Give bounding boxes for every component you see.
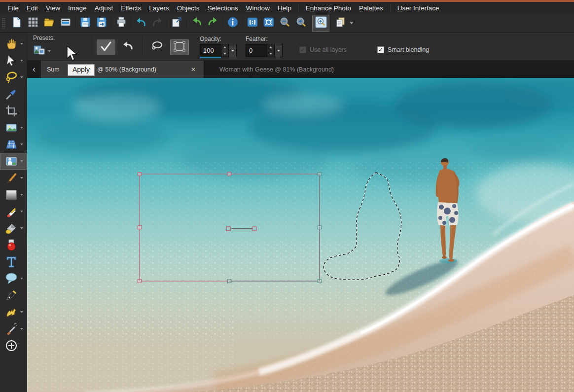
crop-tool[interactable] [0,103,27,119]
smart-blending-checkbox[interactable]: ✓ Smart blending [377,46,429,53]
flyout-caret-icon[interactable] [20,127,23,129]
menu-adjust[interactable]: Adjust [91,3,117,13]
paint-brush-tool[interactable] [0,170,27,186]
pick-tool[interactable] [0,52,27,69]
warp-brush-tool[interactable] [0,304,27,321]
flyout-caret-icon[interactable] [20,43,23,45]
undo-button[interactable] [133,15,149,31]
pan-tool[interactable] [0,36,27,52]
browse-images-icon [27,16,39,30]
menu-edit[interactable]: Edit [23,3,42,13]
send-share-icon [171,16,183,30]
flyout-caret-icon[interactable] [20,60,23,62]
opacity-slider-dropdown[interactable] [229,44,237,57]
pen-tool[interactable] [0,287,27,304]
red-eye-tool-icon [4,238,18,252]
send-share-button[interactable] [169,15,185,31]
menu-objects[interactable]: Objects [173,3,204,13]
discard-button[interactable] [118,39,137,55]
flyout-caret-icon[interactable] [20,227,23,229]
airbrush-tool-icon [4,322,18,336]
flood-fill-tool[interactable] [0,220,27,237]
flyout-caret-icon[interactable] [20,143,23,145]
eraser-tool[interactable] [0,203,27,220]
menu-selections[interactable]: Selections [204,3,242,13]
menu-effects[interactable]: Effects [117,3,145,13]
menu-image[interactable]: Image [64,3,91,13]
feather-stepper[interactable] [267,44,275,57]
toolbar-grip[interactable] [2,18,5,29]
tool-options-bar: Presets: [27,33,574,61]
zoom-out-button[interactable] [277,15,293,31]
zoom-tool-button[interactable] [313,15,329,31]
selection-lasso-tool[interactable] [0,69,27,86]
open-file-button[interactable] [41,15,57,31]
feather-input[interactable]: 0 [246,44,267,57]
gradient-tool[interactable] [0,186,27,203]
freehand-selection-mode-button[interactable] [147,39,166,55]
tab-active-document[interactable]: Sum day* @ 50% (Background) ✕ [41,61,204,78]
canvas-area[interactable] [27,78,574,392]
scan-acquire-button[interactable] [57,15,73,31]
red-eye-tool[interactable] [0,237,27,253]
app-window: FileEditViewImageAdjustEffectsLayersObje… [0,0,574,392]
zoom-actual-size-icon [247,16,258,30]
flyout-caret-icon[interactable] [20,311,23,313]
flyout-caret-icon[interactable] [20,177,23,179]
flyout-caret-icon[interactable] [20,278,23,280]
redo-button[interactable] [149,15,165,31]
pen-tool-icon [4,288,18,302]
history-undo-button[interactable] [188,15,205,31]
chevron-down-icon [48,50,51,52]
image-information-button[interactable] [224,15,241,31]
save-as-button[interactable] [93,15,109,31]
zoom-actual-size-button[interactable] [244,15,260,31]
opacity-stepper[interactable] [221,44,229,57]
menu-palettes[interactable]: Palettes [355,3,387,13]
menu-help[interactable]: Help [274,3,295,13]
add-tool[interactable] [0,337,27,354]
presets-dropdown-button[interactable] [33,44,86,58]
straighten-tool[interactable] [0,119,27,136]
save-button[interactable] [77,15,93,31]
menu-file[interactable]: File [4,3,23,13]
flyout-caret-icon[interactable] [20,76,23,78]
opacity-input[interactable]: 100 [200,44,221,57]
toolbar-separator [311,17,311,29]
photo-canvas[interactable] [27,78,574,392]
callout-tool[interactable] [0,270,27,287]
text-tool[interactable] [0,253,27,270]
flyout-caret-icon[interactable] [20,211,23,213]
close-tab-icon[interactable]: ✕ [189,65,198,74]
chevron-down-icon[interactable] [350,22,354,24]
dual-view-button[interactable] [332,15,349,31]
menu-layers[interactable]: Layers [145,3,173,13]
print-button[interactable] [113,15,129,31]
airbrush-tool[interactable] [0,321,27,337]
menu-enhance-photo[interactable]: Enhance Photo [302,3,355,13]
preset-thumbnail-icon [33,44,46,58]
flyout-caret-icon[interactable] [20,328,23,330]
dropper-tool[interactable] [0,86,27,103]
apply-button[interactable] [97,39,115,55]
options-separator [91,36,92,56]
rectangle-selection-mode-button[interactable] [170,39,189,55]
clone-object-remover-tool[interactable] [0,153,27,170]
tab-woman-with-geese[interactable]: Woman with Geese @ 81% (Background) [204,61,349,78]
feather-slider-dropdown[interactable] [275,44,283,57]
zoom-in-button[interactable] [293,15,309,31]
menu-view[interactable]: View [42,3,64,13]
history-redo-button[interactable] [205,15,221,31]
browse-images-button[interactable] [25,15,41,31]
selection-lasso-tool-icon [4,71,18,84]
perspective-tool[interactable] [0,136,27,153]
flyout-caret-icon[interactable] [20,194,23,196]
toolbar-separator [167,17,167,29]
scroll-tabs-left-button[interactable]: ‹ [27,61,41,78]
pick-tool-icon [4,54,18,68]
new-image-button[interactable] [8,15,25,31]
flyout-caret-icon[interactable] [20,160,23,162]
menu-user-interface[interactable]: User Interface [394,3,443,13]
menu-window[interactable]: Window [242,3,274,13]
fit-to-window-button[interactable] [260,15,277,31]
